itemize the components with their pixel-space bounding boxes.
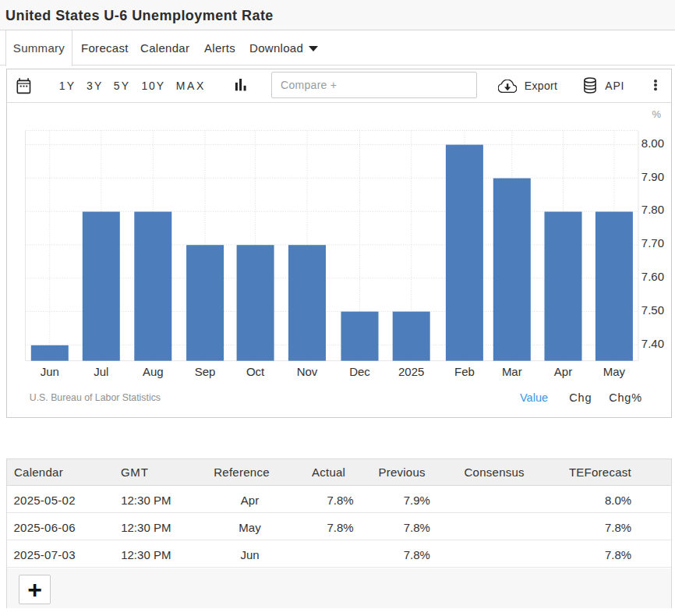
svg-text:7.70: 7.70 xyxy=(641,236,664,250)
svg-text:Feb: Feb xyxy=(454,365,475,378)
svg-text:Jun: Jun xyxy=(41,365,59,378)
svg-text:2025: 2025 xyxy=(398,365,424,378)
svg-text:8.00: 8.00 xyxy=(641,136,664,150)
svg-text:7.60: 7.60 xyxy=(641,270,664,283)
svg-text:May: May xyxy=(603,365,626,378)
svg-text:Jul: Jul xyxy=(94,365,108,378)
svg-text:7.80: 7.80 xyxy=(641,203,664,216)
svg-text:Sep: Sep xyxy=(195,365,216,378)
svg-text:Oct: Oct xyxy=(246,365,265,378)
svg-text:Dec: Dec xyxy=(349,365,370,378)
svg-text:%: % xyxy=(652,108,662,120)
svg-text:Aug: Aug xyxy=(143,365,164,378)
svg-text:7.50: 7.50 xyxy=(641,303,664,317)
svg-text:Mar: Mar xyxy=(502,365,522,378)
svg-text:Apr: Apr xyxy=(554,365,572,378)
svg-text:7.40: 7.40 xyxy=(641,337,664,350)
svg-text:Nov: Nov xyxy=(297,365,318,378)
svg-text:7.90: 7.90 xyxy=(641,170,664,183)
